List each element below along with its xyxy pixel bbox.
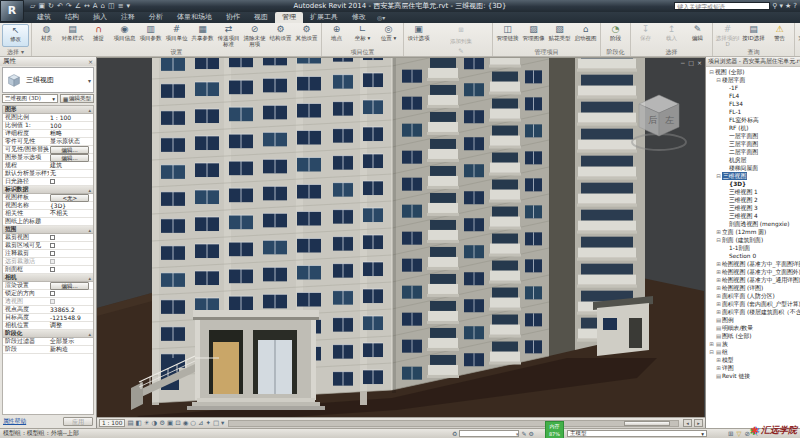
tree-item-label[interactable]: 立面 (12mm 圆) [722, 228, 766, 236]
property-value[interactable]: 无 [49, 169, 93, 178]
measure-icon[interactable]: ∠ [75, 1, 81, 11]
tree-item-label[interactable]: -1F [729, 85, 738, 91]
tree-item-label[interactable]: 面积平面 (楼层建筑面积（不含阳台）) [722, 308, 800, 316]
starting-view-button[interactable]: ⌂启动视图 [573, 24, 598, 47]
project-units-button[interactable]: #项目单位 [164, 24, 189, 47]
edit-type-button[interactable]: ▦ 编辑类型 [60, 94, 94, 103]
tree-item[interactable]: FL34 [706, 100, 800, 108]
properties-help-link[interactable]: 属性帮助 [3, 417, 26, 426]
tree-item-label[interactable]: 绘图视图 (基准方中_立面图外) [722, 268, 800, 276]
tree-item-label[interactable]: 1-1剖面 [729, 244, 750, 252]
tab-协作[interactable]: 协作 [219, 12, 247, 23]
checkbox[interactable] [50, 235, 55, 240]
selection-box-icon[interactable]: □ [213, 419, 219, 428]
property-value[interactable]: {3D} [49, 202, 93, 209]
tree-item[interactable]: FL室外标高 [706, 116, 800, 124]
tree-item-label[interactable]: {3D} [729, 181, 746, 187]
tree-item-label[interactable]: 三层平面图 [729, 140, 758, 148]
apply-button[interactable]: 应用 [63, 417, 93, 426]
tree-item[interactable]: 三维视图 3 [706, 204, 800, 212]
search-icon[interactable]: ⚲ [772, 2, 777, 10]
minimize-icon[interactable]: − [680, 59, 685, 66]
section-icon[interactable]: ◫ [108, 1, 115, 11]
workset-select[interactable]: ▾ [459, 430, 519, 437]
sun-settings-icon[interactable]: ☀ [144, 419, 150, 428]
tree-item[interactable]: FL4 [706, 92, 800, 100]
tree-expander-icon[interactable]: ⊟ [708, 349, 715, 355]
tree-item[interactable]: ⊞绘图视图 (基准方中_通用详图) [706, 276, 800, 284]
instance-selector[interactable]: 三维视图 (3D) ▾ [2, 94, 58, 103]
thin-lines-icon[interactable]: ≡ [118, 1, 124, 11]
tree-item[interactable]: 三维视图 1 [706, 188, 800, 196]
tree-item-label[interactable]: 图纸 (全部) [722, 332, 752, 340]
tree-expander-icon[interactable]: ⊞ [715, 285, 722, 291]
temporary-hide-isolate-icon[interactable]: ◉ [183, 419, 189, 428]
tab-管理[interactable]: 管理 [275, 12, 303, 23]
property-value[interactable]: 编辑... [49, 146, 93, 154]
tree-item-label[interactable]: 绘图视图 (基准方中_平面图详图) [722, 260, 800, 268]
tree-item[interactable]: 三维视图 4 [706, 212, 800, 220]
tree-expander-icon[interactable]: ⊟ [715, 77, 722, 83]
additional-settings-button[interactable]: ⚙其他设置 [294, 24, 319, 47]
tree-item[interactable]: Section 0 [706, 252, 800, 260]
close-icon[interactable]: × [697, 59, 702, 66]
tree-item[interactable]: RF (机) [706, 124, 800, 132]
tree-item-label[interactable]: 绘图视图 (基准方中_通用详图) [722, 276, 800, 284]
property-value[interactable] [49, 250, 93, 257]
modify-cursor-button[interactable]: ↖修改 [2, 24, 29, 47]
show-crop-region-icon[interactable]: ⊡ [175, 419, 180, 428]
tree-item-label[interactable]: 机房层 [729, 156, 746, 164]
tree-expander-icon[interactable]: ⊞ [715, 229, 722, 235]
text-note-icon[interactable]: A [93, 1, 98, 11]
property-value[interactable] [49, 178, 93, 185]
tree-item-label[interactable]: 三维视图 4 [729, 212, 758, 220]
tree-expander-icon[interactable]: ⊟ [715, 173, 722, 179]
filter-icon[interactable]: ▽ [736, 430, 741, 438]
value-button[interactable]: <无> [50, 194, 89, 202]
tree-item[interactable]: ⊞模型 [706, 356, 800, 364]
chevron-down-icon[interactable]: ▾ [88, 77, 91, 84]
checkbox[interactable] [50, 291, 55, 296]
redo-icon[interactable]: ↷ [66, 1, 72, 11]
property-value[interactable]: 1 : 100 [49, 114, 93, 121]
coordinates-button[interactable]: ∟坐标 ▾ [350, 24, 375, 47]
tree-item-label[interactable]: 视图 (全部) [715, 68, 745, 76]
save-icon[interactable]: ▣ [38, 1, 45, 11]
tree-item-label[interactable]: 楼层平面 [722, 76, 745, 84]
property-value[interactable] [49, 242, 93, 249]
project-parameters-button[interactable]: ▥项目参数 [138, 24, 163, 47]
property-value[interactable] [49, 298, 93, 305]
detail-level-icon[interactable]: ▤ [127, 419, 133, 428]
drawing-area[interactable]: − □ × 后 左 1 : 100 ▤◧☀◑⚙▣⊡◉○⊿✦□▾ [97, 57, 705, 428]
tree-item-label[interactable]: 详图 [722, 364, 734, 372]
open-icon[interactable]: ▱ [30, 1, 35, 11]
project-info-button[interactable]: ◉项目信息 [112, 24, 137, 47]
search-input[interactable] [674, 2, 770, 10]
design-option-select[interactable]: 主模型 ▾ [567, 430, 707, 437]
tree-item-label[interactable]: 三维视图 3 [729, 204, 758, 212]
property-value[interactable]: 100 [49, 122, 93, 129]
tree-item[interactable]: ⊞绘图视图 (详图) [706, 284, 800, 292]
design-options-button[interactable]: ▣设计选项 [406, 24, 431, 57]
position-button[interactable]: ◎位置 ▾ [376, 24, 401, 47]
tree-item-label[interactable]: 楼梯间屋面 [729, 164, 758, 172]
crop-view-icon[interactable]: ▣ [167, 419, 173, 428]
tree-item-label[interactable]: 二层平面图 [729, 148, 758, 156]
editable-icon[interactable]: ✎ [521, 430, 526, 437]
manage-links-button[interactable]: ◫管理链接 [495, 24, 520, 47]
property-value[interactable]: -121548.9 [49, 314, 93, 321]
tree-item-label[interactable]: 绘图视图 (详图) [722, 284, 763, 292]
tree-item-label[interactable]: Section 0 [729, 253, 756, 259]
tree-item-label[interactable]: FL-1 [729, 109, 741, 115]
materials-button[interactable]: ◍材质 [34, 24, 59, 47]
undo-icon[interactable]: ↶ [57, 1, 63, 11]
tree-item[interactable]: ⊞详图 [706, 364, 800, 372]
tab-插入[interactable]: 插入 [86, 12, 114, 23]
panel-cycle-icon[interactable]: ◎▾ [377, 14, 385, 21]
tree-item-label[interactable]: 面积平面 (套内面积_户型计算) [722, 300, 800, 308]
tree-item[interactable]: ⊟楼层平面 [706, 76, 800, 84]
tree-item-label[interactable]: 三维视图 1 [729, 188, 758, 196]
dropdown-icon[interactable]: ▾ [779, 2, 783, 10]
sync-icon[interactable]: ↻ [48, 1, 54, 11]
render-dialog-icon[interactable]: ⚙ [159, 419, 165, 428]
